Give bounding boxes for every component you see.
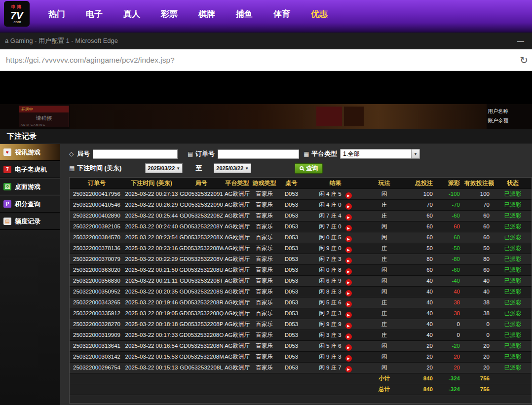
- game-type-cell: 百家乐: [251, 211, 278, 221]
- table-row: 2503220003921052025-03-22 00:24:40GD0532…: [70, 221, 532, 232]
- date-from-value: 2025/03/22: [148, 165, 175, 171]
- nav-item[interactable]: 电子: [86, 8, 103, 20]
- date-from-select[interactable]: 2025/03/22 ▼: [145, 163, 183, 173]
- result-text: 闲 3 庄 3: [319, 332, 341, 338]
- site-top-nav: 申博 7V .com 热门电子真人彩票棋牌捕鱼体育优惠: [0, 0, 532, 33]
- play-video-icon[interactable]: ▶: [345, 301, 352, 307]
- sidebar-item[interactable]: ♥视讯游戏: [0, 144, 60, 161]
- total-bet-cell: 40: [403, 297, 437, 308]
- status-cell: 已派彩: [494, 254, 532, 264]
- round-id-cell: GD0532532208W: [179, 243, 224, 254]
- points-query-icon: P: [3, 200, 11, 208]
- result-text: 闲 9 庄 7: [319, 365, 341, 370]
- play-video-icon[interactable]: ▶: [345, 290, 352, 296]
- payout-cell: 20: [437, 363, 464, 373]
- play-video-icon[interactable]: ▶: [345, 344, 352, 351]
- platform-type-value: 1.全部: [343, 150, 360, 158]
- payout-cell: 20: [437, 352, 464, 362]
- date-to-select[interactable]: 2025/03/22 ▼: [214, 163, 251, 173]
- nav-item[interactable]: 热门: [48, 8, 65, 20]
- table-row: 2503220003568302025-03-22 00:21:11GD0532…: [70, 276, 532, 287]
- order-number-input[interactable]: [218, 149, 299, 159]
- total-bet-cell: 60: [403, 232, 437, 243]
- bet-time-cell: 2025-03-22 00:16:54: [124, 341, 179, 351]
- total-bet-cell: 70: [403, 200, 437, 210]
- platform-cell: AG欧洲厅: [224, 254, 251, 264]
- play-video-icon[interactable]: ▶: [345, 355, 352, 362]
- nav-item[interactable]: 优惠: [311, 8, 328, 20]
- payout-cell: -20: [437, 341, 464, 351]
- query-button[interactable]: 查询: [295, 163, 323, 174]
- order-id-cell: 250322000417956: [70, 189, 124, 199]
- sidebar: ♥视讯游戏7电子老虎机⚄桌面游戏P积分查询▤额度记录: [0, 144, 60, 405]
- order-id-cell: 250322000392105: [70, 221, 124, 232]
- refresh-icon[interactable]: ↻: [520, 54, 528, 66]
- table-row: 2503220003031422025-03-22 00:15:53GD0532…: [70, 352, 532, 363]
- game-type-cell: 百家乐: [251, 287, 278, 297]
- filter-row-2: ▦ 下注时间 (美东) 2025/03/22 ▼ 至 2025/03/22 ▼ …: [69, 163, 532, 174]
- game-type-cell: 百家乐: [251, 352, 278, 362]
- url-text[interactable]: https://gci.7vvvvvv.com/agingame/pcv2/in…: [6, 56, 175, 65]
- minimize-button[interactable]: —: [517, 37, 524, 45]
- play-video-icon[interactable]: ▶: [345, 312, 352, 318]
- total-bet-cell: 40: [403, 308, 437, 319]
- summary-payout: -324: [437, 384, 464, 395]
- sidebar-item[interactable]: 7电子老虎机: [0, 161, 60, 178]
- round-id-cell: GD0532532208Y: [179, 221, 224, 232]
- site-logo[interactable]: 申博 7V .com: [4, 1, 30, 27]
- sidebar-item[interactable]: ⚄桌面游戏: [0, 178, 60, 195]
- play-video-icon[interactable]: ▶: [345, 214, 352, 221]
- play-type-cell: 闲: [366, 189, 403, 199]
- play-video-icon[interactable]: ▶: [345, 279, 352, 286]
- chevron-down-icon: ▼: [176, 166, 180, 171]
- play-video-icon[interactable]: ▶: [345, 366, 352, 372]
- table-row: 2503220004028902025-03-22 00:25:44GD0532…: [70, 211, 532, 221]
- platform-cell: AG欧洲厅: [224, 308, 251, 319]
- platform-type-select[interactable]: 1.全部 ▼: [340, 149, 420, 159]
- valid-bet-cell: 20: [464, 341, 494, 351]
- result-cell: 闲 7 庄 4▶: [305, 211, 366, 221]
- main-panel: ◇ 局号 ▤ 订单号 ▦ 平台类型 1.全部 ▼ ▦ 下注时间 (美东): [60, 144, 532, 405]
- play-type-cell: 闲: [366, 352, 403, 362]
- summary-label: 总计: [366, 384, 403, 395]
- play-video-icon[interactable]: ▶: [345, 192, 352, 199]
- play-type-cell: 庄: [366, 330, 403, 340]
- result-text: 闲 9 庄 3: [319, 354, 341, 360]
- nav-item[interactable]: 彩票: [161, 8, 178, 20]
- game-table-card[interactable]: 开牌中 请稍候 ASIA GAMING: [19, 106, 69, 127]
- result-cell: 闲 3 庄 3▶: [305, 330, 366, 340]
- table-row: 2503220004105462025-03-22 00:26:29GD0532…: [70, 200, 532, 211]
- round-id-cell: GD0532532208L: [179, 363, 224, 373]
- sidebar-item[interactable]: P积分查询: [0, 195, 60, 213]
- round-number-input[interactable]: [93, 149, 178, 159]
- nav-item[interactable]: 真人: [123, 8, 140, 20]
- table-id-cell: D053: [278, 265, 305, 275]
- nav-item[interactable]: 捕鱼: [236, 8, 253, 20]
- total-bet-cell: 60: [403, 221, 437, 232]
- play-video-icon[interactable]: ▶: [345, 323, 352, 329]
- play-video-icon[interactable]: ▶: [345, 225, 352, 231]
- play-video-icon[interactable]: ▶: [345, 268, 352, 275]
- valid-bet-cell: 0: [464, 319, 494, 330]
- play-video-icon[interactable]: ▶: [345, 247, 352, 253]
- game-type-cell: 百家乐: [251, 243, 278, 254]
- play-type-cell: 庄: [366, 243, 403, 254]
- table-games-icon: ⚄: [3, 183, 11, 190]
- valid-bet-cell: 38: [464, 308, 494, 319]
- sidebar-item[interactable]: ▤额度记录: [0, 213, 60, 230]
- col-header-total-bet: 总投注: [403, 178, 437, 188]
- total-bet-cell: 20: [403, 352, 437, 362]
- round-id-cell: GD05325322091: [179, 189, 224, 199]
- table-id-cell: D053: [278, 308, 305, 319]
- play-video-icon[interactable]: ▶: [345, 236, 352, 242]
- col-header-round-id: 局号: [179, 178, 224, 188]
- play-video-icon[interactable]: ▶: [345, 258, 352, 264]
- game-banner: 开牌中 请稍候 ASIA GAMING 用户名称 账户余额: [0, 104, 532, 129]
- play-video-icon[interactable]: ▶: [345, 203, 352, 210]
- nav-item[interactable]: 体育: [273, 8, 290, 20]
- nav-item[interactable]: 棋牌: [198, 8, 215, 20]
- result-cell: 闲 6 庄 9▶: [305, 276, 366, 286]
- table-id-cell: D053: [278, 319, 305, 330]
- play-video-icon[interactable]: ▶: [345, 333, 352, 340]
- result-text: 闲 7 庄 3: [319, 256, 341, 262]
